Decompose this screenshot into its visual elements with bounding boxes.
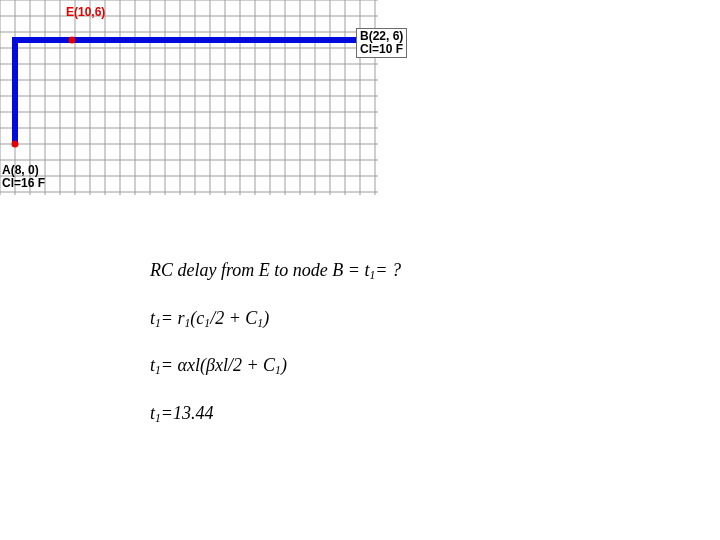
label-e-text: E(10,6): [66, 5, 105, 19]
slide: E(10,6) B(22, 6) Cl=10 F A(8, 0) Cl=16 F…: [0, 0, 720, 540]
eq-question: RC delay from E to node B = t1= ?: [150, 260, 670, 282]
label-e: E(10,6): [66, 6, 105, 19]
marker-a: [12, 141, 19, 148]
grid-svg: [0, 0, 378, 195]
eq-1: t1= r1(c1/2 + C1): [150, 308, 670, 330]
grid-plot: [0, 0, 378, 195]
label-b: B(22, 6) Cl=10 F: [356, 28, 407, 58]
equations-block: RC delay from E to node B = t1= ? t1= r1…: [150, 260, 670, 450]
eq-2: t1= αxl(βxl/2 + C1): [150, 355, 670, 377]
label-b-line1: B(22, 6): [360, 29, 403, 43]
label-a-line2: Cl=16 F: [2, 176, 45, 190]
eq-3: t1=13.44: [150, 403, 670, 425]
marker-e: [69, 37, 76, 44]
label-b-line2: Cl=10 F: [360, 42, 403, 56]
label-a-line1: A(8, 0): [2, 163, 39, 177]
label-a: A(8, 0) Cl=16 F: [2, 164, 45, 190]
